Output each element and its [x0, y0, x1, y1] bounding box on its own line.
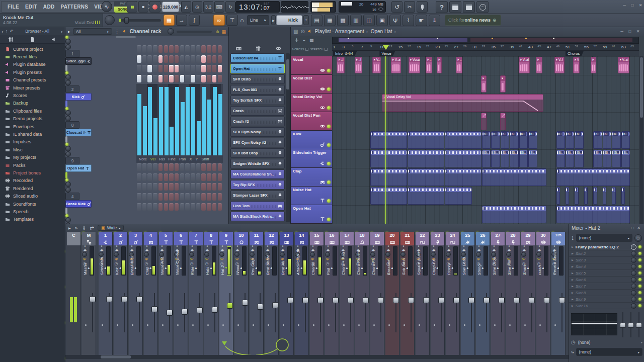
rack-swing-slider[interactable]	[177, 31, 212, 33]
browser-item-speech[interactable]: Speech	[0, 208, 65, 215]
audio-clip[interactable]: ⏵	[500, 75, 506, 93]
sampler-item-linn-tom[interactable]: Linn Tom	[230, 201, 285, 211]
mixer-strip-hats[interactable]: 8Hats⇕◀▶Ψ◷▲	[204, 232, 218, 355]
playlist-minimize-icon[interactable]: ─	[618, 29, 625, 35]
step-cell[interactable]	[212, 45, 217, 53]
sampler-item-open-hat[interactable]: Open Hat	[230, 64, 285, 73]
strip-fader-handle[interactable]	[393, 297, 399, 303]
mixer-strip-sine-fill[interactable]: 28Sine Fill⇕◀▶Ψ◷▲	[506, 232, 520, 355]
feedback-button[interactable]: −	[476, 1, 489, 13]
save-button[interactable]	[449, 1, 461, 13]
step-cell[interactable]	[158, 75, 163, 82]
velocity-bar[interactable]	[153, 118, 157, 156]
step-cell[interactable]	[212, 55, 217, 63]
step-cell[interactable]	[218, 163, 222, 171]
channel-mixer-track[interactable]: 1	[65, 50, 79, 57]
pattern-prev-button[interactable]: ▶	[271, 15, 276, 25]
track-enable-led[interactable]	[327, 69, 331, 72]
step-cell[interactable]	[180, 173, 185, 181]
snap-selector[interactable]: Line▸	[247, 15, 269, 25]
step-cell[interactable]	[185, 183, 190, 191]
step-cell[interactable]	[218, 173, 222, 181]
browser-item-rendered[interactable]: Rendered	[0, 185, 65, 192]
mixer-strip-rev-clap[interactable]: 11Rev Clap⇕◀▶Ψ◷▲	[250, 232, 264, 355]
step-cell[interactable]	[201, 163, 206, 171]
browser-item-demo-projects[interactable]: Demo projects	[0, 115, 65, 123]
channel-button-break-kick[interactable]: Break Kick	[65, 200, 92, 208]
step-cell[interactable]	[180, 65, 185, 72]
strip-fader-handle[interactable]	[514, 297, 520, 303]
step-cell[interactable]	[207, 163, 211, 171]
pattern-clip[interactable]	[445, 168, 481, 186]
step-cell[interactable]	[185, 203, 190, 211]
step-cell[interactable]	[212, 173, 217, 181]
menu-item-patterns[interactable]: PATTERNS	[57, 4, 91, 10]
mixer-strip-sub-bass[interactable]: 21Sub Bass⇕◀▶Ψ◷▲	[400, 232, 415, 355]
step-cell[interactable]	[201, 65, 206, 72]
browser-item-scores[interactable]: Scores	[0, 92, 65, 99]
step-cell[interactable]	[147, 193, 152, 201]
step-cell[interactable]	[142, 203, 147, 211]
velocity-bar[interactable]	[159, 87, 163, 155]
channel-mixer-track[interactable]: 2	[65, 85, 79, 93]
step-cell[interactable]	[196, 183, 201, 191]
browser-item-il-shared-data[interactable]: IL shared data	[0, 130, 65, 138]
step-cell[interactable]	[137, 65, 141, 72]
sampler-item-sfx-8bit-drop[interactable]: SFX 8bit Drop	[230, 148, 285, 158]
fx-slot-mix-knob[interactable]	[631, 264, 636, 269]
sampler-item-toy-scritch-sfx[interactable]: Toy Scritch SFX	[230, 96, 285, 105]
step-cell[interactable]	[218, 55, 222, 63]
audio-clip[interactable]: ⏵ V..al	[573, 57, 580, 73]
pattern-clip[interactable]	[445, 131, 481, 149]
channel-button-close-at-4[interactable]: Close..at #4	[65, 129, 92, 136]
step-cell[interactable]	[153, 45, 157, 53]
pattern-clip[interactable]	[603, 187, 606, 205]
fx-slot-3[interactable]: ▶Slot 3	[569, 257, 644, 263]
mixer-strip-master[interactable]: MMaster⇕◀▶Ψ◷▲	[82, 232, 96, 355]
panel-minimize-icon[interactable]: ─	[624, 225, 629, 231]
step-cell[interactable]	[169, 55, 174, 63]
tempo-tap-button[interactable]: ⌇	[403, 15, 414, 26]
step-cell[interactable]	[207, 183, 211, 191]
browser-item-backup[interactable]: Backup	[0, 100, 65, 107]
pattern-clip[interactable]: Si..	[566, 150, 574, 167]
step-cell[interactable]	[169, 75, 174, 82]
step-cell[interactable]	[158, 203, 163, 211]
fx-slot-mix-knob[interactable]	[631, 257, 636, 263]
step-cell[interactable]	[175, 75, 179, 82]
audio-clip[interactable]: ⏵ V..l	[372, 57, 381, 73]
playlist-paint-icon[interactable]: ▨	[293, 29, 298, 34]
strip-fader-handle[interactable]	[423, 297, 429, 303]
plugin-database-button[interactable]: Ψ	[389, 15, 401, 26]
graph-tab-y[interactable]: Y	[196, 157, 198, 161]
browser-item-current-project[interactable]: Current project	[0, 45, 65, 53]
step-cell[interactable]	[180, 193, 185, 201]
close-button[interactable]: ✕	[637, 2, 644, 8]
step-cell[interactable]	[142, 65, 147, 72]
step-cell[interactable]	[164, 173, 169, 181]
sampler-scrollbar[interactable]	[286, 53, 290, 222]
playlist-track-noise-hat[interactable]: Noise Hat	[291, 187, 332, 205]
step-cell[interactable]	[142, 193, 147, 201]
step-cell[interactable]	[201, 173, 206, 181]
browser-item-envelopes[interactable]: Envelopes	[0, 123, 65, 130]
velocity-bar[interactable]	[170, 127, 174, 155]
rack-swing-knob[interactable]	[168, 28, 174, 35]
browser-item-mixer-presets[interactable]: Mixer presets	[0, 84, 65, 92]
graph-tab-x[interactable]: X	[190, 157, 192, 161]
pattern-clip[interactable]: K..	[519, 131, 528, 149]
strip-fader-handle[interactable]	[559, 297, 565, 303]
step-cell[interactable]	[212, 163, 217, 171]
fx-slot-enable-led[interactable]	[638, 258, 641, 261]
step-cell[interactable]	[137, 173, 141, 181]
step-cell[interactable]	[137, 183, 141, 191]
marker-chorus[interactable]: Chorus	[566, 51, 584, 56]
pattern-clip[interactable]: Si..	[603, 150, 611, 167]
browser-item-soundfonts[interactable]: Soundfonts	[0, 200, 65, 208]
step-cell[interactable]	[175, 173, 179, 181]
step-cell[interactable]	[164, 193, 169, 201]
channel-select-pill[interactable]	[65, 208, 67, 214]
step-cell[interactable]	[196, 193, 201, 201]
fx-slot-enable-led[interactable]	[638, 298, 641, 301]
pattern-clip[interactable]: Si..	[519, 150, 528, 167]
